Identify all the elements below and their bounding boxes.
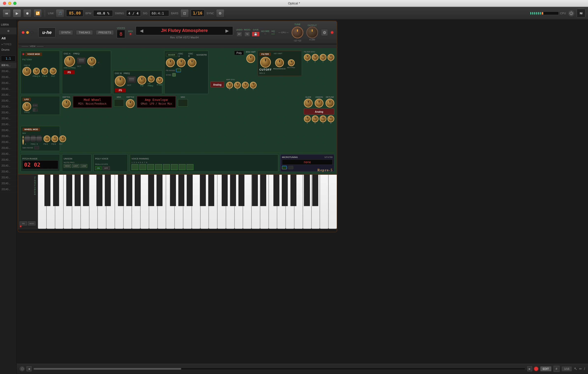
loop-button[interactable]: 🔁: [33, 9, 42, 17]
wheel-pw-b-knob[interactable]: [51, 135, 58, 142]
grid-label[interactable]: 1/16: [561, 366, 572, 372]
minimize-button[interactable]: [8, 2, 11, 5]
track-item-4[interactable]: 20140...: [0, 86, 16, 92]
track-item-6[interactable]: 20140...: [0, 98, 16, 104]
amp-env-d-knob[interactable]: [234, 82, 241, 89]
sh-noise-toggle[interactable]: [34, 146, 39, 149]
synth-min-btn[interactable]: [26, 31, 29, 34]
tune-knob[interactable]: [292, 27, 303, 38]
track-item-20[interactable]: 20140...: [0, 181, 16, 187]
sidebar-types[interactable]: ▾ TYPES: [0, 42, 16, 47]
amp-env-s-knob[interactable]: [242, 82, 249, 89]
track-item-12[interactable]: 20140...: [0, 133, 16, 139]
voice-btn-5[interactable]: [163, 164, 170, 170]
wheel-a-toggle[interactable]: [25, 135, 30, 142]
voice-btn-2[interactable]: [139, 164, 146, 170]
key-amt-knob[interactable]: [288, 59, 295, 66]
track-item-18[interactable]: 20140...: [0, 169, 16, 175]
synth-max-btn[interactable]: [30, 31, 33, 34]
track-item-16[interactable]: 20140...: [0, 157, 16, 163]
last-btn[interactable]: LAST: [72, 164, 79, 168]
voice-btn-8[interactable]: [187, 164, 193, 170]
bars-display[interactable]: 60:4:1: [149, 10, 169, 16]
voice-btn-4[interactable]: [155, 164, 162, 170]
lfo-nodc-toggle[interactable]: NO DC: [33, 108, 38, 112]
low-btn[interactable]: LOW: [80, 164, 87, 168]
filter-env-d-knob[interactable]: [312, 54, 319, 61]
wheel-filt-knob[interactable]: [59, 135, 66, 142]
high-btn[interactable]: HIGH: [64, 164, 71, 168]
off-btn[interactable]: OFF: [103, 166, 110, 170]
bottom-right-btn[interactable]: ▸: [527, 366, 532, 371]
sidebar-drums[interactable]: Drums: [0, 47, 16, 53]
fb-noise-toggle[interactable]: [176, 69, 181, 72]
amp-env-a-knob[interactable]: [226, 82, 233, 89]
amp-env2-s-knob[interactable]: [320, 115, 326, 122]
track-item-10[interactable]: 20140...: [0, 122, 16, 127]
on-btn[interactable]: ON: [95, 166, 102, 170]
glide-knob[interactable]: [304, 99, 313, 108]
lfo-freq-knob[interactable]: [22, 102, 31, 111]
lfo-sync-toggle[interactable]: SYNC: [33, 104, 38, 107]
preset-next-button[interactable]: ▶: [225, 28, 229, 33]
micro-toggle-2[interactable]: [288, 166, 293, 169]
power-button[interactable]: ⏻: [568, 10, 575, 17]
bottom-circle-btn[interactable]: ⊙: [20, 366, 25, 371]
voice-mod-filt-knob[interactable]: [50, 68, 57, 75]
amp-env2-d-knob[interactable]: [312, 115, 319, 122]
filter-env-a-knob[interactable]: [304, 54, 311, 61]
mixer-osc-a-knob[interactable]: [166, 58, 175, 67]
swing-display[interactable]: 40.0 %: [93, 10, 113, 16]
unison-knob[interactable]: [315, 99, 323, 108]
bottom-scrollbar[interactable]: [33, 368, 525, 370]
micro-toggle-1[interactable]: [282, 166, 287, 169]
time-sig-display[interactable]: 4 / 4: [126, 10, 141, 16]
track-item-11[interactable]: 20140...: [0, 127, 16, 133]
track-item-2[interactable]: 20140...: [0, 74, 16, 80]
undo-button[interactable]: ↩: [236, 31, 242, 37]
presets-btn[interactable]: PRESETS: [96, 30, 114, 35]
settings-button[interactable]: ⚙: [216, 9, 224, 17]
mixer-noise-knob[interactable]: [188, 58, 196, 67]
bpm-display[interactable]: 85.00: [66, 10, 83, 17]
record-button[interactable]: ⏺: [23, 9, 31, 17]
track-item-8[interactable]: 20140...: [0, 110, 16, 116]
mm2-display[interactable]: [178, 99, 188, 107]
mixer-osc-b-knob[interactable]: [177, 58, 186, 67]
osc-a-pw-knob[interactable]: [87, 57, 96, 66]
amp-env2-a-knob[interactable]: [304, 115, 311, 122]
filter-env-r-knob[interactable]: [327, 54, 334, 61]
filter-env-s-knob[interactable]: [320, 54, 326, 61]
track-item-9[interactable]: 20140...: [0, 116, 16, 122]
track-item-14[interactable]: 20140...: [0, 145, 16, 151]
track-item-5[interactable]: 20140...: [0, 92, 16, 98]
voice-mod-freq-a-knob[interactable]: [33, 68, 40, 75]
wheel-pw-a-knob[interactable]: [44, 135, 50, 142]
grid-hash-btn[interactable]: #: [554, 366, 559, 372]
osc-a-oct-toggle[interactable]: [77, 57, 86, 64]
redo-button[interactable]: ↪: [244, 31, 250, 37]
piano-keyboard[interactable]: [38, 175, 337, 229]
osc-b-freq-knob[interactable]: [115, 76, 126, 87]
sidebar-all[interactable]: All: [0, 34, 16, 42]
wheel-b-toggle[interactable]: [37, 135, 42, 142]
eraser-icon[interactable]: /: [584, 367, 585, 371]
plugin-settings-button[interactable]: ⚙: [321, 29, 328, 36]
depth2-knob[interactable]: [126, 99, 135, 108]
maximize-button[interactable]: [13, 2, 16, 5]
track-item-17[interactable]: 20140...: [0, 163, 16, 169]
resonance-knob[interactable]: [275, 58, 284, 67]
rewind-button[interactable]: ⏮: [2, 9, 11, 17]
save-button[interactable]: 💾: [252, 31, 260, 37]
pb-btn[interactable]: PB: [20, 221, 27, 225]
depth1-knob[interactable]: [62, 99, 71, 108]
track-item-13[interactable]: 20140...: [0, 139, 16, 145]
amp-env-r-knob[interactable]: [250, 82, 257, 89]
voice-btn-6[interactable]: [171, 164, 178, 170]
osc-b-oct-toggle[interactable]: [127, 76, 136, 83]
osc-b-kybd-knob[interactable]: [156, 77, 163, 84]
track-item-1[interactable]: 20140...: [0, 68, 16, 74]
env-amt-knob[interactable]: [246, 54, 255, 63]
mod-btn[interactable]: MOD: [28, 221, 35, 225]
edit-btn[interactable]: EDIT: [540, 366, 552, 372]
